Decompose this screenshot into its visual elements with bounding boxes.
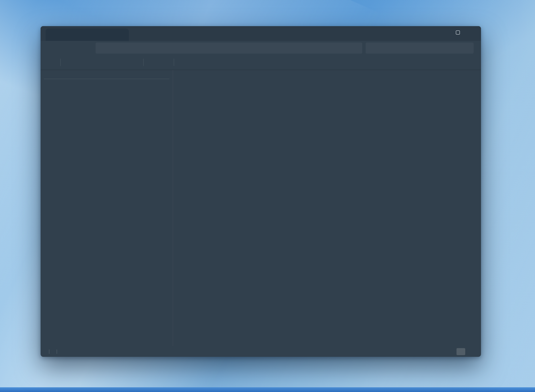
more-options-button[interactable] bbox=[177, 57, 190, 68]
delete-button[interactable] bbox=[127, 57, 140, 68]
column-header-size[interactable] bbox=[397, 73, 418, 77]
search-input[interactable] bbox=[369, 45, 467, 51]
address-bar[interactable] bbox=[96, 43, 362, 54]
breadcrumb-system[interactable] bbox=[114, 47, 118, 49]
up-button[interactable] bbox=[69, 43, 81, 53]
sidebar bbox=[41, 70, 173, 346]
wallpaper-bottom-band bbox=[0, 387, 535, 392]
back-button[interactable] bbox=[45, 43, 57, 53]
paste-button[interactable] bbox=[89, 57, 102, 68]
content-area bbox=[41, 70, 481, 346]
status-bar bbox=[41, 346, 481, 357]
copy-button[interactable] bbox=[76, 57, 89, 68]
separator bbox=[60, 59, 61, 66]
status-divider bbox=[49, 349, 49, 354]
search-box bbox=[366, 43, 474, 54]
minimize-button[interactable] bbox=[435, 26, 450, 39]
new-tab-button[interactable] bbox=[133, 29, 144, 40]
view-button[interactable] bbox=[159, 57, 171, 68]
details-view-toggle[interactable] bbox=[457, 348, 465, 355]
breadcrumb-this-pc[interactable] bbox=[105, 47, 109, 49]
maximize-icon bbox=[456, 30, 460, 35]
status-divider bbox=[57, 349, 57, 354]
file-list-pane bbox=[173, 70, 481, 346]
forward-button[interactable] bbox=[57, 43, 69, 53]
command-bar bbox=[41, 55, 481, 70]
tab-bar bbox=[41, 26, 481, 41]
sort-button[interactable] bbox=[147, 57, 159, 68]
close-button[interactable] bbox=[466, 26, 481, 39]
maximize-button[interactable] bbox=[450, 26, 466, 39]
file-explorer-window bbox=[41, 26, 481, 357]
share-button[interactable] bbox=[115, 57, 127, 68]
desktop-wallpaper: { "glyphs": { "back": "←", "forward": "→… bbox=[0, 0, 535, 392]
thumbnail-view-toggle[interactable] bbox=[467, 348, 476, 355]
new-button[interactable] bbox=[45, 57, 57, 68]
cut-button[interactable] bbox=[64, 57, 76, 68]
tab-system[interactable] bbox=[46, 28, 129, 41]
column-headers bbox=[178, 70, 418, 80]
navigation-bar bbox=[41, 41, 481, 55]
rename-button[interactable] bbox=[102, 57, 115, 68]
window-controls bbox=[435, 26, 481, 39]
tab-close-button[interactable] bbox=[118, 31, 127, 39]
sidebar-separator bbox=[44, 79, 169, 79]
sidebar-gap bbox=[41, 82, 173, 92]
separator bbox=[174, 59, 174, 66]
refresh-button[interactable] bbox=[81, 43, 93, 53]
separator bbox=[143, 59, 144, 66]
view-toggles bbox=[457, 348, 476, 355]
